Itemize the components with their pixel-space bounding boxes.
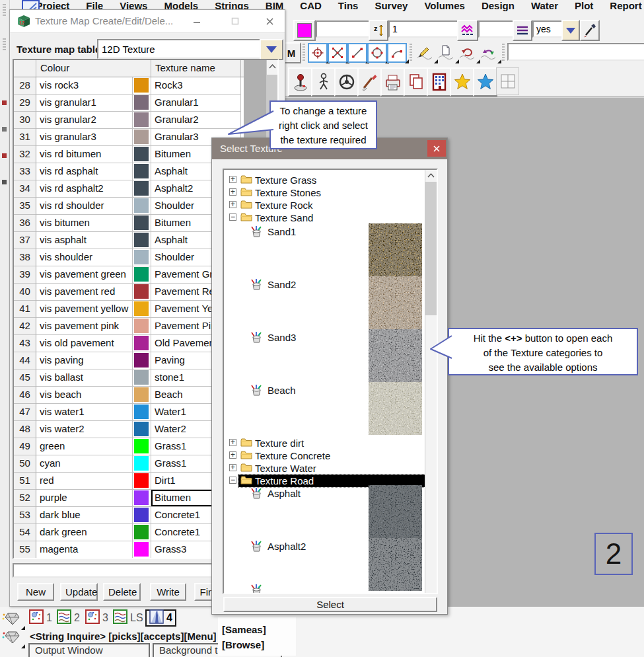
name-field[interactable] [316,20,374,38]
colour-swatch-cell[interactable] [133,490,151,507]
colour-name-cell[interactable]: vis rd asphalt [36,163,133,180]
colour-swatch-cell[interactable] [133,249,151,266]
colour-swatch-cell[interactable] [133,112,151,129]
column-header-colour[interactable]: Colour [36,60,151,77]
copy-icon[interactable] [404,67,428,97]
menu-cad[interactable]: CAD [292,0,330,15]
colour-name-cell[interactable]: vis old pavement [36,335,133,352]
colour-name-cell[interactable]: vis pavement pink [36,318,133,335]
recalc-arrows-icon[interactable] [457,43,477,61]
colour-name-cell[interactable]: vis water2 [36,421,133,438]
dropdown-arrow-icon[interactable] [561,20,580,41]
steering-wheel-icon[interactable] [334,67,359,97]
favourite-blue-star-icon[interactable] [473,67,497,97]
profile-waves-icon[interactable] [457,20,478,41]
colour-swatch-cell[interactable] [133,129,151,146]
linestyle-icon[interactable] [513,20,532,41]
colour-swatch-cell[interactable] [133,284,151,301]
minimize-icon[interactable] [187,14,207,28]
expand-icon[interactable]: + [229,464,236,471]
column-header-texture-name[interactable]: Texture name [151,60,241,77]
colour-name-cell[interactable]: vis beach [36,387,133,404]
favourite-yellow-star-icon[interactable] [450,67,474,97]
colour-swatch-cell[interactable] [133,421,151,438]
colour-swatch-cell[interactable] [133,524,151,541]
colour-swatch-cell[interactable] [133,198,151,215]
colour-name-cell[interactable]: dark green [36,524,133,541]
expand-icon[interactable]: + [229,439,236,446]
close-icon[interactable] [260,14,279,28]
colour-swatch-cell[interactable] [133,318,151,335]
menu-report[interactable]: Report [602,0,644,15]
close-icon[interactable] [427,140,446,157]
menu-plot[interactable]: Plot [567,0,602,15]
menu-design[interactable]: Design [473,0,522,15]
colour-name-cell[interactable]: vis ballast [36,369,133,387]
texture-preview-asphalt[interactable] [369,485,422,538]
snap-cross-icon[interactable] [328,43,347,63]
colour-swatch-cell[interactable] [133,163,151,180]
collapse-icon[interactable]: − [229,477,236,484]
colour-swatch-cell[interactable] [133,473,151,490]
colour-swatch-cell[interactable] [133,541,151,559]
colour-name-cell[interactable]: magenta [36,541,133,559]
table-row[interactable]: 30 vis granular2 Granular2 [14,112,277,129]
colour-swatch-cell[interactable] [133,438,151,455]
joystick-icon[interactable] [288,67,312,97]
colour-name-cell[interactable]: vis water1 [36,404,133,421]
printer-icon[interactable] [380,67,405,97]
brush-icon[interactable] [357,67,382,97]
colour-swatch-cell[interactable] [133,387,151,404]
colour-name-cell[interactable]: green [36,438,133,455]
colour-swatch-cell[interactable] [133,77,151,95]
menu-survey[interactable]: Survey [367,0,416,15]
texture-name-cell[interactable]: Granular2 [151,112,241,129]
table-dropdown-icon[interactable] [260,39,283,60]
snap-line-icon[interactable] [347,43,367,63]
expand-icon[interactable]: + [229,201,236,208]
walk-icon[interactable] [311,67,336,97]
expand-icon[interactable]: + [229,176,236,183]
colour-name-cell[interactable]: vis pavement red [36,284,133,301]
colour-swatch-button[interactable] [293,20,316,41]
colour-name-cell[interactable]: vis rd bitumen [36,146,133,163]
rotate-arrows-icon[interactable] [478,43,498,61]
colour-swatch-cell[interactable] [133,352,151,369]
snap-circle-icon[interactable] [367,43,387,63]
colour-swatch-cell[interactable] [133,266,151,284]
colour-swatch-cell[interactable] [133,301,151,318]
maximize-icon[interactable] [225,14,245,28]
texture-name-cell[interactable]: Granular1 [151,95,241,112]
colour-swatch-cell[interactable] [133,455,151,473]
snap-point-icon[interactable] [308,43,328,63]
expand-icon[interactable]: + [229,188,236,196]
delete-button[interactable]: Delete [103,583,141,601]
view-tab-1[interactable]: 1 [29,609,52,627]
collapse-icon[interactable]: − [229,213,236,221]
building-grid-icon[interactable] [427,67,451,97]
select-button[interactable]: Select [223,597,437,612]
colour-name-cell[interactable]: vis asphalt [36,232,133,249]
colour-swatch-cell[interactable] [133,507,151,524]
blank-field[interactable] [478,20,518,38]
status-browse[interactable]: [Browse] [222,639,264,650]
output-window-tab[interactable]: Output Window [28,643,150,657]
tree-scrollbar[interactable] [425,170,437,593]
update-button[interactable]: Update [60,583,98,601]
menu-water[interactable]: Water [522,0,566,15]
model-gem-colour-icon[interactable] [2,631,22,646]
colour-swatch-cell[interactable] [133,215,151,232]
value-field[interactable] [388,20,462,38]
view-tab-4[interactable]: 4 [145,609,176,627]
view-tab-2[interactable]: 2 [57,609,80,627]
colour-name-cell[interactable]: vis pavement green [36,266,133,284]
view-tab-LS[interactable]: LS [113,609,143,627]
texture-preview-sand3[interactable] [369,329,422,382]
write-button[interactable]: Write [150,583,186,601]
colour-name-cell[interactable]: cyan [36,455,133,473]
edit-pencil-icon[interactable] [415,43,435,61]
texture-name-cell[interactable]: Rock3 [151,77,241,95]
z-sort-icon[interactable]: z [369,20,388,41]
colour-swatch-cell[interactable] [133,335,151,352]
colour-name-cell[interactable]: vis bitumen [36,215,133,232]
